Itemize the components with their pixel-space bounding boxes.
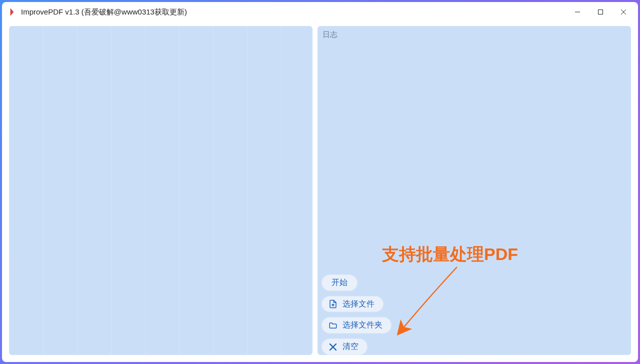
window-title: ImprovePDF v1.3 (吾爱破解@www0313获取更新) — [21, 8, 187, 17]
file-upload-icon — [328, 300, 338, 308]
select-folder-label: 选择文件夹 — [342, 320, 382, 330]
minimize-button[interactable] — [566, 4, 589, 20]
maximize-button[interactable] — [589, 4, 612, 20]
file-list-panel[interactable] — [9, 26, 312, 355]
select-file-button[interactable]: 选择文件 — [322, 296, 384, 312]
clear-button[interactable]: 清空 — [322, 338, 368, 355]
window-controls — [566, 4, 635, 20]
svg-rect-0 — [598, 10, 603, 14]
folder-icon — [328, 321, 338, 330]
select-folder-button[interactable]: 选择文件夹 — [322, 317, 392, 334]
close-icon — [328, 342, 338, 352]
log-panel: 日志 开始 选择文件 — [318, 26, 631, 355]
start-button[interactable]: 开始 — [322, 274, 358, 291]
close-button[interactable] — [612, 4, 635, 20]
app-icon — [9, 8, 17, 16]
select-file-label: 选择文件 — [342, 299, 374, 310]
action-buttons: 开始 选择文件 — [322, 274, 392, 355]
clear-label: 清空 — [342, 342, 358, 352]
content-area: 日志 开始 选择文件 — [2, 22, 638, 362]
window-frame: ImprovePDF v1.3 (吾爱破解@www0313获取更新) 日志 — [0, 0, 640, 364]
titlebar[interactable]: ImprovePDF v1.3 (吾爱破解@www0313获取更新) — [2, 2, 638, 22]
window-inner: ImprovePDF v1.3 (吾爱破解@www0313获取更新) 日志 — [2, 2, 638, 362]
log-label: 日志 — [322, 30, 626, 40]
start-button-label: 开始 — [332, 278, 348, 288]
